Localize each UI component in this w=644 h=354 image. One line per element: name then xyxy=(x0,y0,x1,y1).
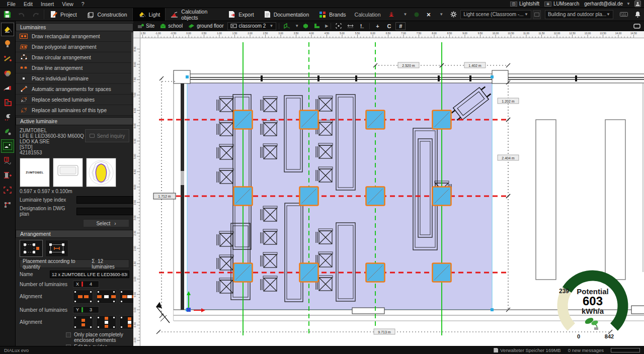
luminaire[interactable] xyxy=(366,187,385,206)
calculation-settings-gear-icon[interactable] xyxy=(447,8,460,21)
cancel-calculation-button[interactable]: ✕ xyxy=(423,8,434,21)
arrangement-tools-icon[interactable] xyxy=(1,52,14,65)
lumsearch-button[interactable]: ≣ LUMsearch xyxy=(544,1,579,7)
keyboard-icon[interactable] xyxy=(616,8,631,21)
menu-file[interactable]: File xyxy=(3,1,20,7)
messages-status[interactable]: 0 new messages xyxy=(568,347,604,353)
light-scene-dropdown[interactable]: Light scene (Classroom -... ▼ xyxy=(460,10,531,19)
drawing-canvas[interactable]: -1.50-1.00-0.500.000.501.001.502.002.503… xyxy=(133,31,644,346)
alignment-x-center-button[interactable] xyxy=(73,290,93,304)
tab-export[interactable]: Export xyxy=(223,8,259,21)
alignment-y-edge-button[interactable] xyxy=(119,315,133,329)
edit-guides-checkbox[interactable] xyxy=(66,344,71,346)
selection-handle[interactable] xyxy=(491,75,494,78)
luminaire-photo-thumbnail[interactable] xyxy=(53,158,83,187)
view-mode-dropdown[interactable]: Building and outdoor pla... ▼ xyxy=(545,10,613,19)
tool-automatic-arrangements[interactable]: Automatic arrangements for spaces xyxy=(16,84,133,95)
origin-handle[interactable] xyxy=(187,308,191,312)
luminaires-tool-icon[interactable] xyxy=(1,23,14,36)
arrangement-name-input[interactable] xyxy=(50,271,129,278)
luminaire[interactable] xyxy=(366,111,385,129)
floor-plan[interactable]: 2.520 m1.402 m1.202 m2.404 m9.713 m1.712… xyxy=(140,38,644,346)
cancel-dropdown-caret[interactable]: ▼ xyxy=(434,8,447,21)
luminaire[interactable] xyxy=(234,111,253,129)
tool-replace-all-luminaires[interactable]: Replace all luminaires of this type xyxy=(16,105,133,116)
luminaire[interactable] xyxy=(300,111,318,129)
rotate-tool-button[interactable]: C xyxy=(384,22,394,30)
tab-project[interactable]: Project xyxy=(45,8,82,21)
luminaire[interactable] xyxy=(234,263,253,282)
tool-replace-selected-luminaires[interactable]: Replace selected luminaires xyxy=(16,95,133,105)
select-luminaire-button[interactable]: Select › xyxy=(83,219,129,227)
dwg-designation-input[interactable] xyxy=(76,208,133,215)
alignment-x-edge-button[interactable] xyxy=(119,290,133,304)
menu-help[interactable]: ? xyxy=(77,1,89,7)
luminaire[interactable] xyxy=(300,187,318,206)
menu-edit[interactable]: Edit xyxy=(20,1,37,7)
redo-button[interactable] xyxy=(29,8,43,21)
view-3d-button[interactable] xyxy=(300,22,310,30)
only-enclosed-checkbox[interactable] xyxy=(66,332,71,337)
undo-button[interactable] xyxy=(15,8,29,21)
adjacent-room-table[interactable] xyxy=(605,120,625,280)
alignment-y-spread-button[interactable] xyxy=(96,315,116,329)
text-annotation-tool-icon[interactable]: T xyxy=(1,154,14,167)
room-dropdown[interactable]: classroom 2 ▼ xyxy=(227,22,277,30)
view-section-button[interactable] xyxy=(312,22,322,30)
colors-filter-tool-icon[interactable] xyxy=(1,66,14,80)
luminaires-x-count-input[interactable]: X 4 xyxy=(73,281,99,288)
luminaire[interactable] xyxy=(433,187,451,206)
lightbulb-tool-icon[interactable] xyxy=(1,37,14,51)
selection-handle[interactable] xyxy=(491,308,494,311)
tool-draw-rectangular-arrangement[interactable]: Draw rectangular arrangement xyxy=(16,31,133,42)
scene-view-tool-icon[interactable] xyxy=(1,139,14,153)
tab-documentation[interactable]: Documentation xyxy=(259,8,314,21)
alignment-x-spread-button[interactable] xyxy=(96,290,116,304)
breadcrumb-building[interactable]: school xyxy=(158,22,185,30)
luminaire[interactable] xyxy=(234,187,253,206)
section-dropdown-caret[interactable]: ▶ xyxy=(325,24,328,28)
view-dropdown-caret[interactable]: ▼ xyxy=(295,24,299,28)
selection-handle[interactable] xyxy=(186,75,189,78)
save-button[interactable] xyxy=(0,8,15,21)
start-calculation-button[interactable] xyxy=(384,8,398,21)
tab-brands[interactable]: Brands xyxy=(314,8,351,21)
focus-region-tool-icon[interactable] xyxy=(1,183,14,197)
room-elements-tool-icon[interactable] xyxy=(1,96,14,109)
lightshift-button[interactable]: ◫ Lightshift xyxy=(510,1,539,7)
panel-scrollbar[interactable] xyxy=(131,32,133,93)
menu-view[interactable]: View xyxy=(58,1,77,7)
notifications-bell-icon[interactable] xyxy=(631,8,644,21)
account-menu[interactable]: gerhardt@dial.de ▼ xyxy=(584,1,630,7)
user-avatar-icon[interactable] xyxy=(634,1,641,7)
zoom-fit-button[interactable] xyxy=(334,22,344,30)
move-tool-button[interactable]: + xyxy=(372,22,382,30)
grid-toggle-button[interactable]: # xyxy=(395,22,406,30)
energy-tool-icon[interactable] xyxy=(1,125,14,138)
luminaire[interactable] xyxy=(433,263,451,282)
tool-draw-line-arrangement[interactable]: Draw line arrangement xyxy=(16,63,133,73)
menu-insert[interactable]: Insert xyxy=(37,1,58,7)
tool-draw-circular-arrangement[interactable]: Draw circular arrangement xyxy=(16,52,133,63)
column-tool-icon[interactable] xyxy=(1,168,14,182)
light-scene-edit-button[interactable] xyxy=(533,10,541,19)
luminaire[interactable] xyxy=(433,111,451,129)
arrangement-mode-spacing-button[interactable] xyxy=(45,240,68,257)
light-distribution-thumbnail[interactable] xyxy=(86,158,116,187)
measure-tool-button[interactable] xyxy=(345,22,355,30)
breadcrumb-site[interactable]: Site xyxy=(135,22,156,30)
luminaire[interactable] xyxy=(300,263,318,282)
maintenance-wrench-tool-icon[interactable] xyxy=(1,110,14,124)
tool-draw-polygonal-arrangement[interactable]: Draw polygonal arrangement xyxy=(16,42,133,52)
send-inquiry-button[interactable]: Send inquiry xyxy=(85,129,129,142)
view-plan-button[interactable] xyxy=(282,22,292,30)
calculation-dropdown-caret[interactable]: ▼ xyxy=(398,8,411,21)
alignment-y-center-button[interactable] xyxy=(73,315,93,329)
breadcrumb-floor[interactable]: ground floor xyxy=(186,22,225,30)
luminaire[interactable] xyxy=(366,263,385,282)
polyline-tool-icon[interactable] xyxy=(1,198,14,211)
tab-calculation-objects[interactable]: Calculation objects xyxy=(166,8,223,21)
projector-tool-icon[interactable] xyxy=(1,81,14,95)
type-index-input[interactable] xyxy=(76,196,133,204)
tab-light[interactable]: Light xyxy=(132,8,166,21)
